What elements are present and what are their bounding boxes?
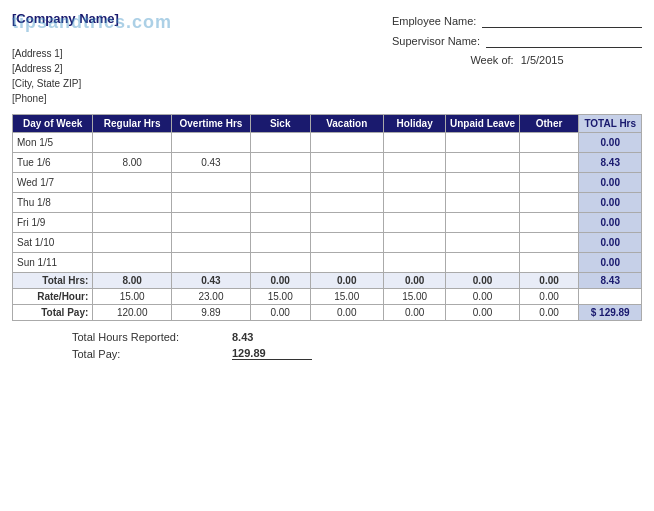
cell-holiday[interactable] (383, 133, 445, 153)
rates-other[interactable]: 0.00 (519, 289, 579, 305)
cell-sick[interactable] (250, 133, 310, 153)
cell-vacation[interactable] (310, 133, 383, 153)
cell-overtime[interactable]: 0.43 (172, 153, 251, 173)
totals-sick: 0.00 (250, 273, 310, 289)
cell-regular[interactable] (93, 253, 172, 273)
cell-holiday[interactable] (383, 173, 445, 193)
cell-regular[interactable] (93, 233, 172, 253)
address2: [Address 2] (12, 61, 119, 76)
rates-vacation[interactable]: 15.00 (310, 289, 383, 305)
pay-total: $ 129.89 (579, 305, 642, 321)
cell-sick[interactable] (250, 173, 310, 193)
cell-other[interactable] (519, 193, 579, 213)
cell-day[interactable]: Sun 1/11 (13, 253, 93, 273)
totals-unpaid: 0.00 (446, 273, 519, 289)
cell-vacation[interactable] (310, 173, 383, 193)
cell-regular[interactable] (93, 133, 172, 153)
cell-unpaid[interactable] (446, 153, 519, 173)
cell-regular[interactable] (93, 213, 172, 233)
header-day: Day of Week (13, 115, 93, 133)
summary-pay-value: 129.89 (232, 347, 312, 360)
cell-vacation[interactable] (310, 153, 383, 173)
totals-vacation: 0.00 (310, 273, 383, 289)
rates-overtime[interactable]: 23.00 (172, 289, 251, 305)
rates-holiday[interactable]: 15.00 (383, 289, 445, 305)
employee-field-line: Employee Name: (392, 14, 642, 28)
cell-day[interactable]: Wed 1/7 (13, 173, 93, 193)
cell-holiday[interactable] (383, 153, 445, 173)
totals-total: 8.43 (579, 273, 642, 289)
cell-day[interactable]: Mon 1/5 (13, 133, 93, 153)
cell-regular[interactable]: 8.00 (93, 153, 172, 173)
totals-overtime: 0.43 (172, 273, 251, 289)
table-row: Sun 1/110.00 (13, 253, 642, 273)
cell-other[interactable] (519, 153, 579, 173)
header-total: TOTAL Hrs (579, 115, 642, 133)
right-block: Employee Name: Supervisor Name: Week of:… (392, 10, 642, 66)
cell-unpaid[interactable] (446, 233, 519, 253)
supervisor-input[interactable] (486, 34, 642, 48)
cell-regular[interactable] (93, 173, 172, 193)
table-row: Sat 1/100.00 (13, 233, 642, 253)
cell-unpaid[interactable] (446, 193, 519, 213)
city-state-zip: [City, State ZIP] (12, 76, 119, 91)
cell-other[interactable] (519, 233, 579, 253)
cell-overtime[interactable] (172, 173, 251, 193)
page: [Company Name] tipsandtrics.com [Address… (0, 0, 654, 374)
header: [Company Name] tipsandtrics.com [Address… (12, 10, 642, 106)
cell-overtime[interactable] (172, 193, 251, 213)
cell-holiday[interactable] (383, 233, 445, 253)
cell-sick[interactable] (250, 193, 310, 213)
cell-overtime[interactable] (172, 233, 251, 253)
cell-other[interactable] (519, 133, 579, 153)
table-row: Fri 1/90.00 (13, 213, 642, 233)
cell-sick[interactable] (250, 233, 310, 253)
cell-total: 0.00 (579, 253, 642, 273)
cell-unpaid[interactable] (446, 213, 519, 233)
cell-overtime[interactable] (172, 133, 251, 153)
cell-unpaid[interactable] (446, 253, 519, 273)
cell-day[interactable]: Fri 1/9 (13, 213, 93, 233)
cell-total: 0.00 (579, 193, 642, 213)
timesheet-table: Day of Week Regular Hrs Overtime Hrs Sic… (12, 114, 642, 321)
cell-vacation[interactable] (310, 233, 383, 253)
cell-holiday[interactable] (383, 193, 445, 213)
pay-unpaid: 0.00 (446, 305, 519, 321)
cell-unpaid[interactable] (446, 173, 519, 193)
pay-sick: 0.00 (250, 305, 310, 321)
cell-holiday[interactable] (383, 213, 445, 233)
week-of-value: 1/5/2015 (521, 54, 564, 66)
rates-regular[interactable]: 15.00 (93, 289, 172, 305)
rates-sick[interactable]: 15.00 (250, 289, 310, 305)
cell-total: 8.43 (579, 153, 642, 173)
cell-overtime[interactable] (172, 253, 251, 273)
header-overtime: Overtime Hrs (172, 115, 251, 133)
rates-row: Rate/Hour:15.0023.0015.0015.0015.000.000… (13, 289, 642, 305)
pay-row: Total Pay:120.009.890.000.000.000.000.00… (13, 305, 642, 321)
pay-label: Total Pay: (13, 305, 93, 321)
company-block: [Company Name] tipsandtrics.com [Address… (12, 10, 119, 106)
cell-vacation[interactable] (310, 213, 383, 233)
cell-sick[interactable] (250, 153, 310, 173)
cell-vacation[interactable] (310, 193, 383, 213)
cell-total: 0.00 (579, 173, 642, 193)
cell-day[interactable]: Sat 1/10 (13, 233, 93, 253)
summary-hours-label: Total Hours Reported: (72, 331, 232, 343)
cell-regular[interactable] (93, 193, 172, 213)
employee-input[interactable] (482, 14, 642, 28)
cell-day[interactable]: Thu 1/8 (13, 193, 93, 213)
cell-sick[interactable] (250, 253, 310, 273)
cell-day[interactable]: Tue 1/6 (13, 153, 93, 173)
cell-vacation[interactable] (310, 253, 383, 273)
header-unpaid: Unpaid Leave (446, 115, 519, 133)
rates-unpaid[interactable]: 0.00 (446, 289, 519, 305)
supervisor-field-line: Supervisor Name: (392, 34, 642, 48)
cell-other[interactable] (519, 173, 579, 193)
cell-sick[interactable] (250, 213, 310, 233)
cell-holiday[interactable] (383, 253, 445, 273)
totals-holiday: 0.00 (383, 273, 445, 289)
cell-other[interactable] (519, 253, 579, 273)
cell-overtime[interactable] (172, 213, 251, 233)
cell-other[interactable] (519, 213, 579, 233)
cell-unpaid[interactable] (446, 133, 519, 153)
